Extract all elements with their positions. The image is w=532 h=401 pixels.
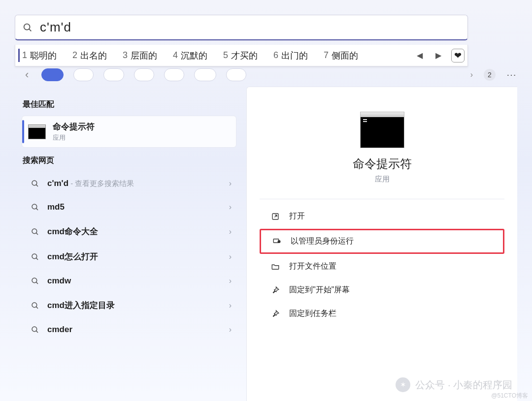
action-pin-to-start[interactable]: 固定到"开始"屏幕	[260, 279, 504, 301]
search-icon	[31, 325, 39, 334]
svg-line-7	[36, 233, 38, 235]
ime-candidate[interactable]: 7 侧面的	[317, 45, 367, 66]
svg-point-2	[32, 181, 37, 185]
watermark: ✶ 公众号 · 小秦的程序园	[396, 377, 512, 392]
svg-line-11	[36, 282, 38, 284]
chevron-right-icon[interactable]: ›	[470, 70, 473, 79]
svg-point-12	[32, 303, 37, 308]
filter-pill[interactable]	[41, 68, 64, 81]
details-right-panel: 命令提示符 应用 打开 以管理员身份运行 打开文件位置 固定到"开始"屏幕 固定…	[246, 87, 517, 401]
action-label: 固定到任务栏	[289, 308, 336, 319]
app-title: 命令提示符	[257, 156, 507, 172]
chevron-right-icon: ›	[229, 227, 232, 236]
search-icon	[31, 179, 39, 188]
chevron-right-icon: ›	[229, 301, 232, 310]
pin-icon	[270, 285, 280, 295]
filter-pill[interactable]	[134, 68, 154, 81]
best-match-heading: 最佳匹配	[23, 99, 235, 110]
search-web-heading: 搜索网页	[23, 155, 235, 166]
open-icon	[270, 212, 280, 221]
action-open-file-location[interactable]: 打开文件位置	[260, 255, 504, 278]
best-match-title: 命令提示符	[53, 121, 95, 132]
filter-pill[interactable]	[226, 68, 246, 81]
search-filter-row: ‹ › 2 ⋯	[22, 67, 517, 83]
chevron-right-icon: ›	[229, 252, 232, 261]
filter-pill[interactable]	[73, 68, 94, 81]
svg-point-8	[32, 254, 37, 259]
web-search-item[interactable]: cmd命令大全 ›	[22, 219, 236, 244]
app-icon	[360, 112, 404, 148]
chevron-right-icon: ›	[229, 325, 232, 334]
svg-point-6	[32, 229, 37, 234]
chevron-right-icon: ›	[229, 203, 232, 212]
ime-candidate-num: 1	[22, 50, 27, 61]
svg-point-0	[24, 24, 30, 30]
web-search-item[interactable]: cmd怎么打开 ›	[22, 244, 236, 269]
wechat-icon: ✶	[396, 377, 410, 392]
results-left-panel: 最佳匹配 命令提示符 应用 搜索网页 c'm'd - 查看更多搜索结果 › md…	[15, 87, 241, 401]
action-label: 以管理员身份运行	[291, 236, 354, 247]
svg-line-9	[36, 258, 38, 260]
svg-point-10	[32, 278, 37, 283]
web-search-item[interactable]: c'm'd - 查看更多搜索结果 ›	[22, 172, 236, 195]
search-icon	[31, 252, 39, 261]
footer-watermark: @51CTO博客	[491, 392, 528, 400]
chevron-right-icon: ›	[229, 179, 232, 188]
filter-pill[interactable]	[194, 68, 216, 81]
svg-line-15	[36, 331, 38, 333]
search-icon	[31, 203, 39, 212]
search-input[interactable]	[40, 20, 461, 35]
shield-icon	[272, 237, 282, 247]
svg-line-3	[36, 185, 38, 186]
filter-pill[interactable]	[103, 68, 124, 81]
action-label: 打开	[289, 211, 305, 221]
web-search-item[interactable]: cmder ›	[22, 318, 236, 341]
svg-point-14	[32, 327, 37, 332]
svg-line-1	[29, 29, 31, 31]
chevron-right-icon: ›	[229, 277, 232, 285]
action-label: 打开文件位置	[289, 261, 336, 272]
ime-toolbox-icon[interactable]: ❤	[448, 49, 467, 62]
action-label: 固定到"开始"屏幕	[289, 285, 350, 295]
cmd-icon	[28, 124, 46, 139]
ime-candidate[interactable]: 1 聪明的	[15, 45, 66, 66]
best-match-item[interactable]: 命令提示符 应用	[22, 116, 236, 148]
folder-icon	[270, 262, 280, 272]
action-pin-to-taskbar[interactable]: 固定到任务栏	[260, 303, 504, 325]
svg-point-4	[32, 204, 37, 209]
web-search-item[interactable]: md5 ›	[22, 195, 236, 219]
ime-candidate[interactable]: 6 出门的	[266, 45, 317, 66]
svg-line-5	[36, 208, 38, 210]
ime-prev-page[interactable]: ◀	[410, 51, 429, 60]
filter-pill[interactable]	[164, 68, 184, 81]
pin-icon	[270, 309, 280, 319]
action-run-as-admin[interactable]: 以管理员身份运行	[260, 229, 504, 254]
search-icon	[31, 277, 39, 285]
ime-candidate[interactable]: 2 出名的	[66, 45, 116, 66]
search-bar[interactable]	[15, 15, 468, 40]
ime-candidate[interactable]: 3 层面的	[116, 45, 166, 66]
divider	[260, 199, 504, 199]
ime-candidate-bar: 1 聪明的 2 出名的 3 层面的 4 沉默的 5 才买的 6 出门的 7 侧面…	[15, 45, 468, 66]
search-icon	[31, 301, 39, 310]
ime-candidate-word: 聪明的	[30, 50, 57, 62]
web-search-item[interactable]: cmdw ›	[22, 269, 236, 293]
search-icon	[31, 227, 39, 236]
more-icon[interactable]: ⋯	[506, 69, 517, 81]
ime-next-page[interactable]: ▶	[429, 51, 448, 60]
best-match-subtitle: 应用	[53, 133, 95, 142]
app-subtitle: 应用	[257, 175, 507, 184]
svg-line-13	[36, 307, 38, 308]
notifications-badge[interactable]: 2	[484, 69, 496, 81]
action-open[interactable]: 打开	[260, 205, 504, 227]
search-icon	[22, 22, 33, 33]
ime-candidate[interactable]: 4 沉默的	[166, 45, 216, 66]
web-search-item[interactable]: cmd进入指定目录 ›	[22, 293, 236, 318]
ime-candidate[interactable]: 5 才买的	[216, 45, 266, 66]
back-icon[interactable]: ‹	[22, 68, 32, 81]
